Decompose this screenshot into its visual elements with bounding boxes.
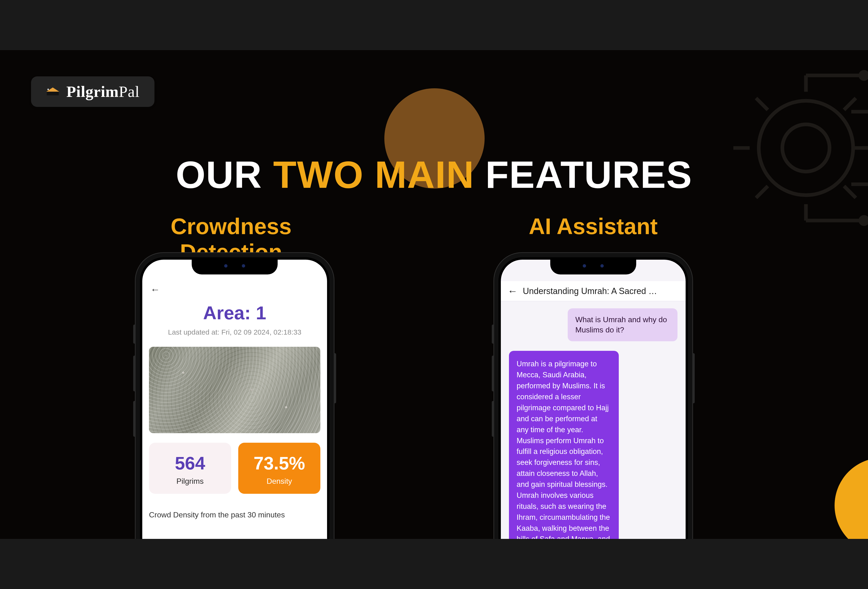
heading-pre: OUR	[176, 153, 273, 196]
brand-logo-icon	[46, 87, 60, 96]
phone-side-button	[133, 401, 136, 437]
density-value: 73.5%	[241, 453, 318, 474]
pilgrims-label: Pilgrims	[151, 477, 229, 486]
stat-card-pilgrims: 564 Pilgrims	[149, 443, 231, 494]
phone-side-button	[492, 325, 494, 344]
svg-rect-8	[47, 92, 59, 95]
heading-accent: TWO MAIN	[273, 153, 474, 196]
slide-heading: OUR TWO MAIN FEATURES	[0, 153, 868, 197]
phone-notch	[192, 257, 278, 275]
brand-name-suffix: Pal	[119, 83, 140, 100]
chat-bubble-user: What is Umrah and why do Muslims do it?	[568, 309, 678, 341]
phone-notch	[550, 257, 636, 275]
svg-point-2	[861, 72, 868, 79]
pilgrims-value: 564	[151, 453, 229, 474]
area-title: Area: 1	[146, 302, 324, 324]
phone-mockup-crowdness: ← Area: 1 Last updated at: Fri, 02 09 20…	[136, 253, 334, 539]
brand-logo-badge: PilgrimPal	[31, 76, 155, 107]
letterbox-top	[0, 0, 868, 50]
crowd-footer-text: Crowd Density from the past 30 minutes	[149, 511, 320, 519]
back-arrow-icon[interactable]: ←	[151, 284, 160, 295]
brand-name-prefix: Pilgrim	[66, 83, 119, 100]
slide: PilgrimPal OUR TWO MAIN FEATURES Crowdne…	[0, 50, 868, 539]
stat-card-density: 73.5% Density	[238, 443, 320, 494]
phone-side-button	[692, 353, 695, 403]
area-updated: Last updated at: Fri, 02 09 2024, 02:18:…	[146, 328, 324, 336]
phone-mockup-ai: ← Understanding Umrah: A Sacred … What i…	[494, 253, 692, 539]
brand-name: PilgrimPal	[66, 83, 140, 101]
phone-side-button	[492, 401, 494, 437]
phone-side-button	[133, 325, 136, 344]
decor-circle-yellow	[835, 458, 868, 539]
chat-header: ← Understanding Umrah: A Sacred …	[501, 281, 686, 301]
phone-side-button	[133, 356, 136, 391]
chat-title: Understanding Umrah: A Sacred …	[523, 286, 679, 296]
heading-post: FEATURES	[474, 153, 692, 196]
letterbox-bottom	[0, 539, 868, 589]
crowd-image	[149, 347, 320, 433]
svg-point-9	[47, 89, 49, 90]
phone-side-button	[334, 353, 336, 403]
back-arrow-icon[interactable]: ←	[508, 285, 518, 297]
phone-side-button	[492, 356, 494, 391]
feature-label-ai: AI Assistant	[486, 214, 701, 239]
gear-circuit-icon	[715, 57, 868, 239]
svg-point-6	[861, 217, 868, 224]
density-label: Density	[241, 477, 318, 486]
chat-bubble-ai: Umrah is a pilgrimage to Mecca, Saudi Ar…	[509, 351, 619, 539]
